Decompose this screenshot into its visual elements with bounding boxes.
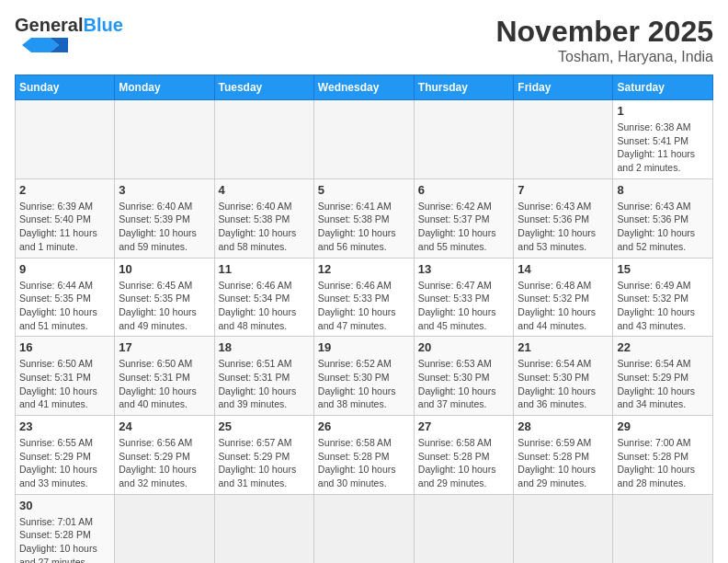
calendar-cell bbox=[414, 494, 514, 563]
day-info: Sunrise: 7:00 AM Sunset: 5:28 PM Dayligh… bbox=[617, 436, 709, 490]
day-info: Sunrise: 6:55 AM Sunset: 5:29 PM Dayligh… bbox=[19, 436, 110, 490]
logo: GeneralBlue bbox=[15, 15, 123, 52]
day-info: Sunrise: 6:44 AM Sunset: 5:35 PM Dayligh… bbox=[19, 279, 110, 333]
day-header-friday: Friday bbox=[514, 75, 613, 100]
calendar-cell bbox=[214, 494, 313, 563]
logo-text: GeneralBlue bbox=[15, 15, 123, 36]
day-header-monday: Monday bbox=[115, 75, 214, 100]
day-info: Sunrise: 6:49 AM Sunset: 5:32 PM Dayligh… bbox=[617, 279, 709, 333]
calendar-cell: 20Sunrise: 6:53 AM Sunset: 5:30 PM Dayli… bbox=[414, 337, 514, 416]
day-number: 18 bbox=[219, 340, 310, 354]
calendar-cell: 10Sunrise: 6:45 AM Sunset: 5:35 PM Dayli… bbox=[115, 258, 214, 337]
day-header-tuesday: Tuesday bbox=[214, 75, 313, 100]
day-number: 26 bbox=[318, 419, 410, 433]
day-number: 12 bbox=[318, 262, 410, 276]
calendar-cell: 1Sunrise: 6:38 AM Sunset: 5:41 PM Daylig… bbox=[613, 100, 713, 179]
calendar-cell: 29Sunrise: 7:00 AM Sunset: 5:28 PM Dayli… bbox=[613, 416, 713, 495]
day-info: Sunrise: 6:52 AM Sunset: 5:30 PM Dayligh… bbox=[318, 357, 410, 411]
day-info: Sunrise: 6:58 AM Sunset: 5:28 PM Dayligh… bbox=[318, 436, 410, 490]
day-info: Sunrise: 6:39 AM Sunset: 5:40 PM Dayligh… bbox=[19, 200, 110, 254]
calendar-week-2: 2Sunrise: 6:39 AM Sunset: 5:40 PM Daylig… bbox=[16, 178, 713, 258]
day-number: 21 bbox=[518, 340, 609, 354]
day-info: Sunrise: 6:43 AM Sunset: 5:36 PM Dayligh… bbox=[518, 200, 609, 254]
calendar-cell: 8Sunrise: 6:43 AM Sunset: 5:36 PM Daylig… bbox=[613, 178, 713, 258]
title-area: November 2025 Tosham, Haryana, India bbox=[495, 15, 713, 65]
calendar-cell: 22Sunrise: 6:54 AM Sunset: 5:29 PM Dayli… bbox=[613, 337, 713, 416]
calendar-header-row: SundayMondayTuesdayWednesdayThursdayFrid… bbox=[16, 75, 713, 100]
day-number: 5 bbox=[318, 183, 410, 197]
day-info: Sunrise: 6:42 AM Sunset: 5:37 PM Dayligh… bbox=[418, 200, 510, 254]
calendar-cell: 4Sunrise: 6:40 AM Sunset: 5:38 PM Daylig… bbox=[214, 178, 313, 258]
day-number: 22 bbox=[617, 340, 709, 354]
calendar-cell: 12Sunrise: 6:46 AM Sunset: 5:33 PM Dayli… bbox=[313, 258, 414, 337]
calendar-cell: 13Sunrise: 6:47 AM Sunset: 5:33 PM Dayli… bbox=[414, 258, 514, 337]
calendar-cell: 24Sunrise: 6:56 AM Sunset: 5:29 PM Dayli… bbox=[115, 416, 214, 495]
day-info: Sunrise: 6:48 AM Sunset: 5:32 PM Dayligh… bbox=[518, 279, 609, 333]
calendar-cell bbox=[313, 100, 414, 179]
day-number: 2 bbox=[19, 183, 110, 197]
day-number: 28 bbox=[518, 419, 609, 433]
day-number: 6 bbox=[418, 183, 510, 197]
day-number: 29 bbox=[617, 419, 709, 433]
day-number: 20 bbox=[418, 340, 510, 354]
calendar-cell: 30Sunrise: 7:01 AM Sunset: 5:28 PM Dayli… bbox=[16, 494, 115, 563]
day-info: Sunrise: 6:46 AM Sunset: 5:34 PM Dayligh… bbox=[219, 279, 310, 333]
calendar-week-4: 16Sunrise: 6:50 AM Sunset: 5:31 PM Dayli… bbox=[16, 337, 713, 416]
day-info: Sunrise: 6:54 AM Sunset: 5:30 PM Dayligh… bbox=[518, 357, 609, 411]
day-number: 27 bbox=[418, 419, 510, 433]
calendar-week-5: 23Sunrise: 6:55 AM Sunset: 5:29 PM Dayli… bbox=[16, 416, 713, 495]
calendar-week-1: 1Sunrise: 6:38 AM Sunset: 5:41 PM Daylig… bbox=[16, 100, 713, 179]
day-number: 7 bbox=[518, 183, 609, 197]
day-number: 10 bbox=[119, 262, 210, 276]
calendar-cell: 7Sunrise: 6:43 AM Sunset: 5:36 PM Daylig… bbox=[514, 178, 613, 258]
location: Tosham, Haryana, India bbox=[495, 49, 713, 65]
day-number: 19 bbox=[318, 340, 410, 354]
day-info: Sunrise: 6:54 AM Sunset: 5:29 PM Dayligh… bbox=[617, 357, 709, 411]
day-info: Sunrise: 6:58 AM Sunset: 5:28 PM Dayligh… bbox=[418, 436, 510, 490]
calendar-cell: 17Sunrise: 6:50 AM Sunset: 5:31 PM Dayli… bbox=[115, 337, 214, 416]
day-header-wednesday: Wednesday bbox=[313, 75, 414, 100]
day-number: 13 bbox=[418, 262, 510, 276]
day-number: 11 bbox=[219, 262, 310, 276]
day-info: Sunrise: 6:45 AM Sunset: 5:35 PM Dayligh… bbox=[119, 279, 210, 333]
day-info: Sunrise: 6:46 AM Sunset: 5:33 PM Dayligh… bbox=[318, 279, 410, 333]
calendar-cell: 11Sunrise: 6:46 AM Sunset: 5:34 PM Dayli… bbox=[214, 258, 313, 337]
calendar-cell: 26Sunrise: 6:58 AM Sunset: 5:28 PM Dayli… bbox=[313, 416, 414, 495]
calendar-week-6: 30Sunrise: 7:01 AM Sunset: 5:28 PM Dayli… bbox=[16, 494, 713, 563]
day-number: 17 bbox=[119, 340, 210, 354]
calendar-cell bbox=[115, 100, 214, 179]
day-info: Sunrise: 6:51 AM Sunset: 5:31 PM Dayligh… bbox=[219, 357, 310, 411]
calendar-cell bbox=[613, 494, 713, 563]
day-number: 4 bbox=[219, 183, 310, 197]
calendar-cell: 6Sunrise: 6:42 AM Sunset: 5:37 PM Daylig… bbox=[414, 178, 514, 258]
day-number: 9 bbox=[19, 262, 110, 276]
day-info: Sunrise: 6:43 AM Sunset: 5:36 PM Dayligh… bbox=[617, 200, 709, 254]
calendar-table: SundayMondayTuesdayWednesdayThursdayFrid… bbox=[15, 75, 713, 563]
day-info: Sunrise: 7:01 AM Sunset: 5:28 PM Dayligh… bbox=[19, 515, 110, 563]
day-header-sunday: Sunday bbox=[16, 75, 115, 100]
calendar-cell: 25Sunrise: 6:57 AM Sunset: 5:29 PM Dayli… bbox=[214, 416, 313, 495]
day-number: 23 bbox=[19, 419, 110, 433]
calendar-cell: 16Sunrise: 6:50 AM Sunset: 5:31 PM Dayli… bbox=[16, 337, 115, 416]
day-number: 14 bbox=[518, 262, 609, 276]
day-header-thursday: Thursday bbox=[414, 75, 514, 100]
calendar-cell: 27Sunrise: 6:58 AM Sunset: 5:28 PM Dayli… bbox=[414, 416, 514, 495]
calendar-cell: 19Sunrise: 6:52 AM Sunset: 5:30 PM Dayli… bbox=[313, 337, 414, 416]
day-info: Sunrise: 6:40 AM Sunset: 5:39 PM Dayligh… bbox=[119, 200, 210, 254]
calendar-cell: 18Sunrise: 6:51 AM Sunset: 5:31 PM Dayli… bbox=[214, 337, 313, 416]
day-info: Sunrise: 6:38 AM Sunset: 5:41 PM Dayligh… bbox=[617, 121, 709, 175]
calendar-cell: 23Sunrise: 6:55 AM Sunset: 5:29 PM Dayli… bbox=[16, 416, 115, 495]
day-info: Sunrise: 6:50 AM Sunset: 5:31 PM Dayligh… bbox=[119, 357, 210, 411]
calendar-cell: 3Sunrise: 6:40 AM Sunset: 5:39 PM Daylig… bbox=[115, 178, 214, 258]
day-number: 3 bbox=[119, 183, 210, 197]
logo-icon bbox=[15, 36, 70, 52]
calendar-cell bbox=[313, 494, 414, 563]
day-header-saturday: Saturday bbox=[613, 75, 713, 100]
calendar-cell: 2Sunrise: 6:39 AM Sunset: 5:40 PM Daylig… bbox=[16, 178, 115, 258]
month-title: November 2025 bbox=[495, 15, 713, 49]
day-number: 1 bbox=[617, 104, 709, 118]
calendar-cell: 5Sunrise: 6:41 AM Sunset: 5:38 PM Daylig… bbox=[313, 178, 414, 258]
day-number: 15 bbox=[617, 262, 709, 276]
calendar-cell bbox=[514, 100, 613, 179]
calendar-cell bbox=[214, 100, 313, 179]
